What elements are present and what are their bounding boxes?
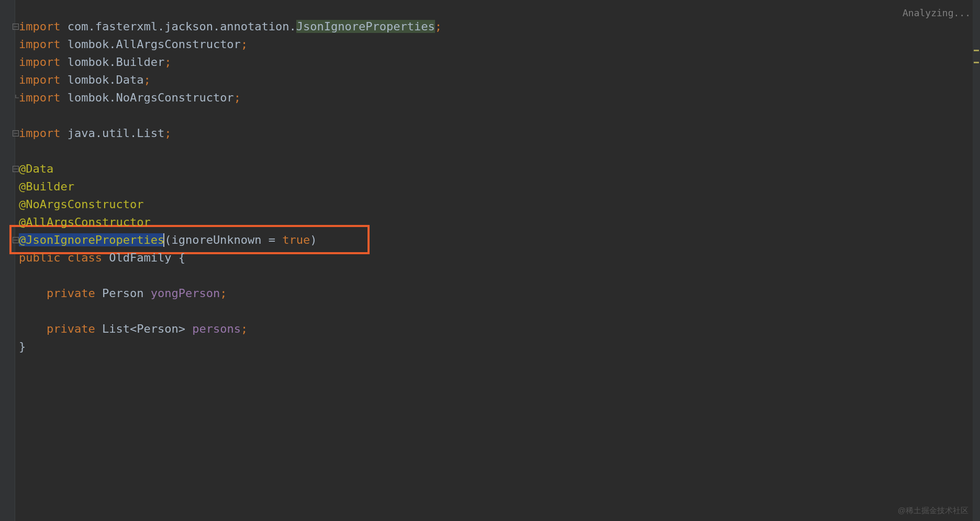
- keyword-private: private: [47, 287, 95, 300]
- gutter: [0, 0, 15, 521]
- semicolon: ;: [241, 38, 248, 51]
- code-area[interactable]: import com.fasterxml.jackson.annotation.…: [19, 18, 442, 356]
- type-list: List: [102, 322, 130, 335]
- code-line[interactable]: @AllArgsConstructor: [19, 213, 442, 231]
- semicolon: ;: [164, 55, 171, 69]
- keyword-import: import: [19, 91, 60, 104]
- indent: [19, 287, 47, 300]
- package-path: lombok.AllArgsConstructor: [68, 38, 241, 51]
- code-line[interactable]: @JsonIgnoreProperties(ignoreUnknown = tr…: [19, 231, 442, 249]
- type-person: Person: [137, 322, 178, 335]
- fold-minus-icon[interactable]: [13, 24, 19, 30]
- fold-minus-icon[interactable]: [13, 237, 19, 243]
- imported-class: JsonIgnoreProperties: [296, 20, 435, 33]
- code-line[interactable]: @Builder: [19, 178, 442, 196]
- code-line-blank[interactable]: [19, 107, 442, 124]
- package-path: com.fasterxml.jackson.annotation.: [68, 20, 296, 33]
- semicolon: ;: [143, 73, 150, 86]
- angle-close: >: [179, 322, 185, 335]
- analysis-status: Analyzing...: [903, 7, 971, 18]
- code-line[interactable]: @NoArgsConstructor: [19, 196, 442, 213]
- fold-end-icon[interactable]: [13, 95, 19, 101]
- code-line[interactable]: import com.fasterxml.jackson.annotation.…: [19, 18, 442, 36]
- stripe-marker[interactable]: [974, 50, 979, 51]
- keyword-import: import: [19, 73, 60, 86]
- code-line[interactable]: import lombok.NoArgsConstructor;: [19, 89, 442, 107]
- code-line[interactable]: private Person yongPerson;: [19, 285, 442, 302]
- code-line[interactable]: import lombok.AllArgsConstructor;: [19, 36, 442, 53]
- code-line[interactable]: private List<Person> persons;: [19, 320, 442, 338]
- keyword-import: import: [19, 38, 60, 51]
- code-line-blank[interactable]: [19, 142, 442, 160]
- annotation-data: @Data: [19, 162, 53, 175]
- close-paren: ): [310, 233, 317, 246]
- code-line-blank[interactable]: [19, 267, 442, 285]
- annotation-noargs: @NoArgsConstructor: [19, 198, 143, 211]
- package-path: java.util.List: [68, 127, 164, 140]
- code-line[interactable]: import java.util.List;: [19, 124, 442, 142]
- annotation-builder: @Builder: [19, 180, 74, 193]
- semicolon: ;: [220, 287, 227, 300]
- boolean-true: true: [282, 233, 310, 246]
- close-brace: }: [19, 340, 26, 353]
- keyword-private: private: [47, 322, 95, 335]
- param-name: ignoreUnknown: [171, 233, 261, 246]
- gutter-divider: [15, 0, 15, 521]
- semicolon: ;: [164, 127, 171, 140]
- fold-minus-icon[interactable]: [13, 166, 19, 172]
- annotation-allargs: @AllArgsConstructor: [19, 216, 151, 229]
- watermark-text: @稀土掘金技术社区: [898, 506, 968, 516]
- keyword-import: import: [19, 127, 60, 140]
- class-name: OldFamily: [109, 251, 171, 264]
- code-line[interactable]: import lombok.Builder;: [19, 53, 442, 71]
- field-yongperson: yongPerson: [151, 287, 220, 300]
- angle-open: <: [130, 322, 137, 335]
- open-brace: {: [179, 251, 185, 264]
- package-path: lombok.Data: [68, 73, 144, 86]
- fold-minus-icon[interactable]: [13, 130, 19, 137]
- code-line[interactable]: public class OldFamily {: [19, 249, 442, 267]
- equals: =: [262, 233, 283, 246]
- text-caret: [163, 233, 164, 247]
- stripe-marker[interactable]: [974, 62, 979, 63]
- code-editor[interactable]: Analyzing... import com.fasterxml.jackso…: [0, 0, 980, 521]
- keyword-import: import: [19, 55, 60, 69]
- package-path: lombok.Builder: [68, 55, 164, 69]
- open-paren: (: [164, 233, 171, 246]
- indent: [19, 322, 47, 335]
- package-path: lombok.NoArgsConstructor: [68, 91, 234, 104]
- semicolon: ;: [241, 322, 248, 335]
- keyword-import: import: [19, 20, 60, 33]
- field-persons: persons: [192, 322, 241, 335]
- code-line-blank[interactable]: [19, 302, 442, 320]
- keyword-public: public: [19, 251, 60, 264]
- keyword-class: class: [68, 251, 102, 264]
- code-line[interactable]: import lombok.Data;: [19, 71, 442, 89]
- code-line[interactable]: @Data: [19, 160, 442, 178]
- type-person: Person: [102, 287, 143, 300]
- annotation-jsonignore-selected: @JsonIgnoreProperties: [19, 233, 164, 246]
- semicolon: ;: [435, 20, 442, 33]
- code-line[interactable]: }: [19, 338, 442, 356]
- semicolon: ;: [234, 91, 241, 104]
- error-stripe[interactable]: [973, 0, 980, 521]
